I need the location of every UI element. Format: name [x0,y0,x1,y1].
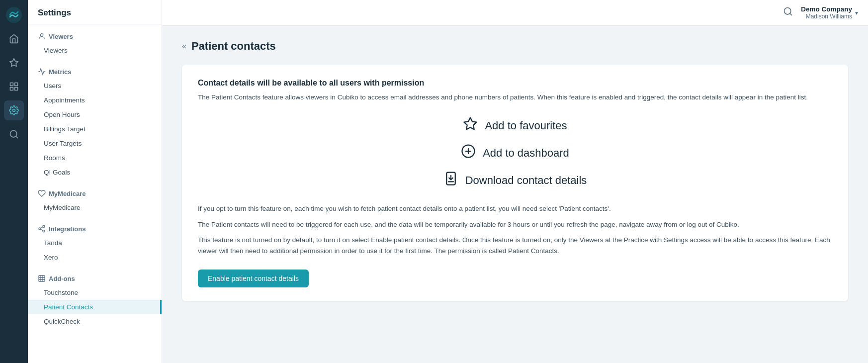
sidebar-section-viewers-title: Viewers [28,29,162,43]
sidebar-item-touchstone[interactable]: Touchstone [28,285,162,300]
svg-rect-3 [15,83,18,86]
user-name: Madison Williams [801,13,852,20]
sidebar-section-integrations: Integrations Tanda Xero [28,217,162,267]
info-text-1: If you opt to turn this feature on, each… [198,203,832,214]
sidebar-item-rooms[interactable]: Rooms [28,151,162,165]
nav-search-icon[interactable] [4,124,24,144]
svg-point-0 [6,7,22,23]
company-name: Demo Company [801,5,852,13]
app-logo[interactable] [4,5,24,25]
page-title: Patient contacts [191,40,276,53]
nav-home-icon[interactable] [4,29,24,49]
sidebar-section-metrics-title: Metrics [28,65,162,79]
sidebar-section-mymedicare-title: MyMedicare [28,186,162,200]
sidebar-item-patient-contacts[interactable]: Patient Contacts [28,300,162,314]
collapse-sidebar-button[interactable]: « [182,42,186,51]
search-icon[interactable] [783,6,793,19]
patient-contacts-card: Contact details will be available to all… [182,65,848,301]
sidebar-item-xero[interactable]: Xero [28,250,162,265]
icon-nav [0,0,28,363]
sidebar-item-qi-goals[interactable]: QI Goals [28,165,162,180]
sidebar-item-billings-target[interactable]: Billings Target [28,122,162,136]
card-description: The Patient Contacts feature allows view… [198,92,832,102]
svg-line-13 [41,229,43,231]
main-area: Demo Company Madison Williams ▾ « Patien… [162,0,868,363]
sidebar-item-open-hours[interactable]: Open Hours [28,107,162,122]
sidebar-section-metrics: Metrics Users Appointments Open Hours Bi… [28,60,162,182]
sidebar-item-mymedicare[interactable]: MyMedicare [28,200,162,215]
main-content: « Patient contacts Contact details will … [162,26,868,363]
sidebar-section-viewers: Viewers Viewers [28,24,162,60]
download-contacts-icon [443,171,458,189]
svg-rect-15 [39,275,45,281]
sidebar-title: Settings [28,0,162,24]
topbar: Demo Company Madison Williams ▾ [162,0,868,26]
sidebar-item-users[interactable]: Users [28,79,162,93]
svg-marker-18 [464,118,477,130]
svg-rect-4 [15,88,18,91]
svg-point-6 [13,109,15,112]
sidebar-item-user-targets[interactable]: User Targets [28,136,162,151]
page-header: « Patient contacts [182,40,848,53]
info-text-3: This feature is not turned on by default… [198,235,832,256]
svg-line-17 [790,13,792,15]
feature-dashboard: Add to dashboard [461,144,569,162]
feature-list: Add to favourites Add to dashboard [198,116,832,189]
sidebar-item-tanda[interactable]: Tanda [28,236,162,250]
card-heading: Contact details will be available to all… [198,79,832,88]
svg-line-8 [16,136,18,138]
feature-dashboard-label: Add to dashboard [483,147,569,160]
svg-point-12 [43,230,45,232]
sidebar: Settings Viewers Viewers Metrics Users A… [28,0,162,363]
sidebar-section-integrations-title: Integrations [28,222,162,236]
info-text-2: The Patient contacts will need to be tri… [198,219,832,230]
sidebar-item-quickcheck[interactable]: QuickCheck [28,314,162,329]
svg-point-10 [43,225,45,227]
svg-point-9 [40,34,43,36]
svg-point-11 [39,228,41,230]
svg-rect-2 [10,83,13,86]
user-menu-chevron: ▾ [855,9,858,16]
feature-favourites-label: Add to favourites [485,119,567,132]
feature-favourites: Add to favourites [463,116,567,135]
sidebar-item-appointments[interactable]: Appointments [28,93,162,107]
svg-rect-5 [10,88,13,91]
sidebar-section-mymedicare: MyMedicare MyMedicare [28,182,162,217]
add-dashboard-icon [461,144,476,162]
nav-favourites-icon[interactable] [4,53,24,73]
svg-marker-1 [10,59,18,67]
user-menu[interactable]: Demo Company Madison Williams ▾ [801,5,858,20]
nav-settings-icon[interactable] [4,100,24,120]
sidebar-item-viewers[interactable]: Viewers [28,43,162,58]
feature-download-label: Download contact details [465,174,587,187]
nav-dashboard-icon[interactable] [4,77,24,96]
star-icon [463,116,478,135]
enable-patient-contact-details-button[interactable]: Enable patient contact details [198,270,309,287]
feature-download: Download contact details [443,171,587,189]
svg-line-14 [41,227,43,228]
sidebar-section-addons: Add-ons Touchstone Patient Contacts Quic… [28,267,162,331]
sidebar-section-addons-title: Add-ons [28,272,162,285]
